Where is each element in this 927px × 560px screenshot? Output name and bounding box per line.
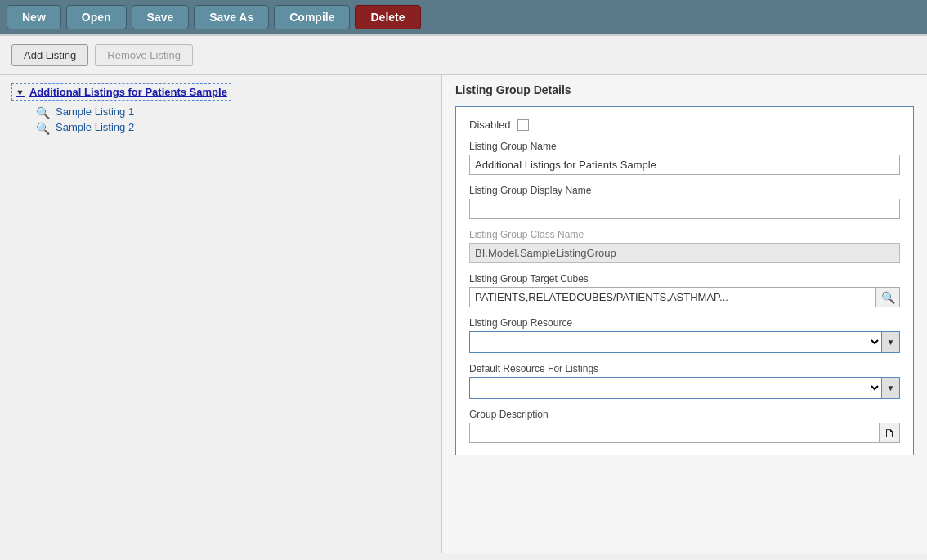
default-resource-select-wrap: ▼ [469,377,900,399]
child-label-2: Sample Listing 2 [56,121,134,133]
open-button[interactable]: Open [66,5,127,29]
tree-arrow-icon: ▼ [16,87,25,97]
disabled-checkbox[interactable] [517,119,529,131]
default-resource-field-row: Default Resource For Listings ▼ [469,363,900,399]
delete-button[interactable]: Delete [355,5,420,29]
display-name-label: Listing Group Display Name [469,185,900,196]
default-resource-label: Default Resource For Listings [469,363,900,374]
display-name-input[interactable] [469,199,900,219]
class-name-label: Listing Group Class Name [469,229,900,240]
binoculars-icon-2: 🔍 [36,122,51,133]
binoculars-icon-1: 🔍 [36,106,51,118]
child-label-1: Sample Listing 1 [56,105,134,118]
target-cubes-field-row: Listing Group Target Cubes 🔍 [469,273,900,307]
target-cubes-input[interactable] [469,287,876,307]
description-input-wrap: 🗋 [469,423,900,443]
save-as-button[interactable]: Save As [194,5,269,29]
tree-root: ▼ Additional Listings for Patients Sampl… [11,83,430,135]
group-name-label: Listing Group Name [469,141,900,152]
description-label: Group Description [469,409,900,420]
target-cubes-search-button[interactable]: 🔍 [876,287,900,307]
main-area: Add Listing Remove Listing ▼ Additional … [0,36,927,553]
default-resource-select-arrow[interactable]: ▼ [881,378,899,398]
class-name-input [469,243,900,263]
remove-listing-button[interactable]: Remove Listing [95,44,193,66]
details-box: Disabled Listing Group Name Listing Grou… [455,106,914,455]
save-button[interactable]: Save [132,5,190,29]
resource-select-arrow[interactable]: ▼ [881,332,899,352]
disabled-label: Disabled [469,119,511,131]
resource-select-wrap: ▼ [469,331,900,353]
resource-select[interactable] [470,332,881,352]
disabled-row: Disabled [469,119,900,131]
right-panel: Listing Group Details Disabled Listing G… [441,75,927,553]
description-doc-button[interactable]: 🗋 [879,423,900,443]
default-resource-select[interactable] [470,378,881,398]
tree-group-item[interactable]: ▼ Additional Listings for Patients Sampl… [11,83,430,135]
resource-field-row: Listing Group Resource ▼ [469,317,900,353]
left-panel: ▼ Additional Listings for Patients Sampl… [0,75,441,553]
target-cubes-input-wrap: 🔍 [469,287,900,307]
class-name-field-row: Listing Group Class Name [469,229,900,263]
action-bar: Add Listing Remove Listing [0,36,927,75]
display-name-field-row: Listing Group Display Name [469,185,900,219]
resource-label: Listing Group Resource [469,317,900,329]
tree-children: 🔍 Sample Listing 1 🔍 Sample Listing 2 [11,104,430,135]
panel-title: Listing Group Details [455,83,914,96]
tree-group-label[interactable]: ▼ Additional Listings for Patients Sampl… [11,83,231,101]
tree-child-item-2[interactable]: 🔍 Sample Listing 2 [36,119,430,135]
compile-button[interactable]: Compile [274,5,350,29]
description-input[interactable] [469,423,879,443]
group-name-input[interactable] [469,155,900,175]
add-listing-button[interactable]: Add Listing [11,44,88,66]
target-cubes-label: Listing Group Target Cubes [469,273,900,284]
content-area: ▼ Additional Listings for Patients Sampl… [0,75,927,553]
new-button[interactable]: New [7,5,61,29]
tree-child-item-1[interactable]: 🔍 Sample Listing 1 [36,104,430,119]
description-field-row: Group Description 🗋 [469,409,900,443]
toolbar: New Open Save Save As Compile Delete [0,0,927,36]
group-name-label: Additional Listings for Patients Sample [29,86,227,98]
group-name-field-row: Listing Group Name [469,141,900,175]
